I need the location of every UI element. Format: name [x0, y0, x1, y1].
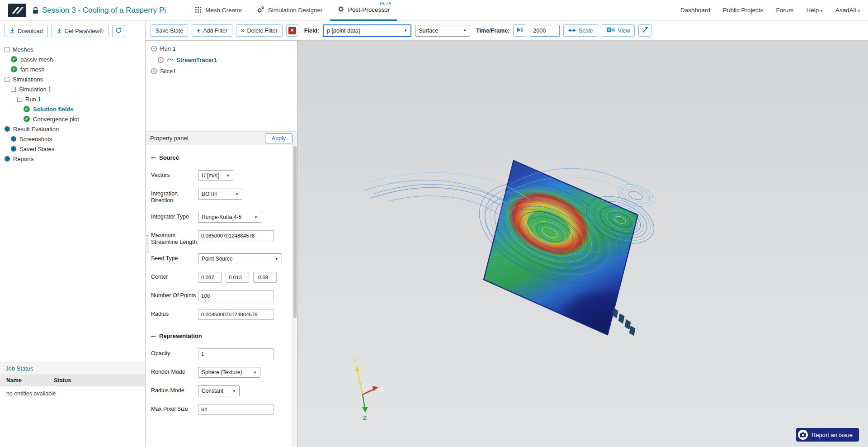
collapse-icon[interactable]: −	[17, 97, 22, 102]
scrollbar-thumb[interactable]	[293, 146, 297, 318]
pipeline-browser: Run 1 StreamTracer1 Slice1	[146, 41, 297, 131]
collapse-minus-icon	[151, 336, 156, 337]
center-z-input[interactable]	[253, 272, 277, 283]
vectors-select[interactable]: U [m/s]▼	[198, 170, 233, 181]
nav-public-projects[interactable]: Public Projects	[723, 7, 763, 14]
nav-help[interactable]: Help▾	[806, 7, 822, 14]
center-row: Center	[151, 272, 290, 283]
apply-button[interactable]: Apply	[265, 133, 292, 143]
tab-label: Simulation Designer	[268, 7, 323, 14]
select-arrow-icon: ▼	[404, 29, 407, 33]
max-streamline-row: Maximum Streamline Length	[151, 230, 290, 246]
nav-user-menu[interactable]: AsadAli▾	[835, 7, 860, 14]
job-status-title: Job Status	[0, 362, 145, 375]
collapse-icon[interactable]: −	[11, 87, 16, 92]
download-button[interactable]: Download	[5, 25, 48, 37]
pipeline-item-slice1[interactable]: Slice1	[146, 66, 297, 77]
save-state-button[interactable]: Save State	[151, 24, 188, 37]
representation-section-header[interactable]: Representation	[151, 333, 290, 339]
integrator-type-row: Integrator Type Runge-Kutta 4-5▼	[151, 212, 290, 223]
tree-item-simulations[interactable]: −Simulations	[0, 74, 145, 84]
seed-type-select[interactable]: Point Source▼	[198, 253, 282, 264]
column-status: Status	[54, 377, 71, 384]
tree-item-fan-mesh[interactable]: ✓fan mesh	[0, 64, 145, 74]
column-name: Name	[6, 377, 54, 384]
orientation-axes: Y X Z	[354, 357, 384, 421]
tree-item-saved-states[interactable]: Saved States	[0, 144, 145, 154]
pick-tool-button[interactable]	[638, 24, 651, 37]
tree-item-run-1[interactable]: −Run 1	[0, 94, 145, 104]
check-icon: ✓	[11, 66, 17, 72]
tab-simulation-designer[interactable]: Simulation Designer	[250, 0, 330, 21]
nav-forum[interactable]: Forum	[776, 7, 793, 14]
scale-button[interactable]: Scale	[563, 24, 598, 37]
tree-item-reports[interactable]: Reports	[0, 154, 145, 164]
field-label: Field:	[304, 28, 319, 34]
caret-down-icon: ▾	[821, 9, 823, 13]
report-issue-button[interactable]: Report an issue	[796, 428, 859, 442]
clear-filters-icon: ×	[288, 27, 296, 34]
select-arrow-icon: ▼	[275, 257, 278, 261]
select-arrow-icon: ▼	[226, 174, 230, 178]
caret-down-icon: ▾	[858, 9, 860, 13]
select-arrow-icon: ▼	[232, 389, 236, 393]
nav-dashboard[interactable]: Dashboard	[680, 7, 710, 14]
tree-item-convergence-plot[interactable]: ✓Convergence plot	[0, 114, 145, 124]
tree-item-meshes[interactable]: −Meshes	[0, 44, 145, 54]
pipeline-item-run1[interactable]: Run 1	[146, 43, 297, 54]
visibility-eye-icon[interactable]	[158, 57, 164, 63]
time-frame-input[interactable]	[530, 25, 560, 37]
refresh-button[interactable]	[112, 25, 125, 37]
axis-x-label: X	[380, 386, 384, 393]
field-select[interactable]: p [point-data]▼	[323, 24, 411, 37]
view-button[interactable]: View	[602, 24, 635, 37]
visibility-eye-icon[interactable]	[151, 46, 157, 52]
tab-mesh-creator[interactable]: Mesh Creator	[188, 0, 250, 21]
delete-filter-button[interactable]: ×Delete Filter	[236, 24, 283, 37]
collapse-icon[interactable]: −	[5, 77, 9, 82]
add-filter-button[interactable]: +Add Filter	[192, 24, 232, 37]
render-mode-select[interactable]: Sphere (Texture)▼	[198, 367, 260, 378]
tree-item-simulation-1[interactable]: −Simulation 1	[0, 84, 145, 94]
opacity-row: Opacity	[151, 348, 290, 359]
tab-post-processor[interactable]: BETA Post-Processor	[330, 0, 397, 21]
gears-icon	[257, 6, 264, 14]
opacity-input[interactable]	[198, 348, 274, 359]
lock-icon	[33, 7, 38, 14]
collapse-minus-icon	[151, 157, 156, 158]
check-icon: ✓	[24, 116, 30, 122]
get-paraview-button[interactable]: Get ParaView®	[52, 25, 108, 37]
visibility-eye-icon[interactable]	[151, 68, 157, 74]
integration-direction-select[interactable]: BOTH▼	[198, 189, 242, 200]
3d-viewport[interactable]: Y X Z Report an issue	[297, 41, 868, 447]
seed-type-row: Seed Type Point Source▼	[151, 253, 290, 264]
source-section-header[interactable]: Source	[151, 154, 290, 161]
max-streamline-input[interactable]	[198, 230, 274, 241]
render-scene: Y X Z	[297, 41, 868, 447]
select-arrow-icon: ▼	[235, 192, 239, 196]
center-y-input[interactable]	[226, 272, 249, 283]
representation-select[interactable]: Surface▼	[415, 25, 470, 37]
pipeline-item-streamtracer1[interactable]: StreamTracer1	[146, 54, 297, 66]
tree-item-solution-fields[interactable]: ✓Solution fields	[0, 104, 145, 114]
app-logo[interactable]	[8, 4, 26, 17]
tree-item-result-evaluation[interactable]: Result Evaluation	[0, 124, 145, 134]
check-icon: ✓	[24, 106, 30, 112]
play-button[interactable]	[513, 24, 526, 37]
property-panel-scrollbar[interactable]	[292, 145, 297, 447]
clear-filters-button[interactable]: ×	[286, 24, 298, 37]
max-pixel-size-input[interactable]	[198, 404, 274, 415]
number-of-points-row: Number Of Points	[151, 290, 290, 301]
tree-item-passiv-mesh[interactable]: ✓passiv mesh	[0, 54, 145, 64]
radius-input[interactable]	[198, 309, 274, 320]
refresh-icon	[115, 27, 122, 35]
number-of-points-input[interactable]	[198, 290, 274, 301]
integration-direction-row: Integration Direction BOTH▼	[151, 189, 290, 204]
center-x-input[interactable]	[198, 272, 222, 283]
radius-mode-select[interactable]: Constant▼	[198, 385, 240, 396]
sidebar-toolbar: Download Get ParaView®	[0, 21, 145, 41]
beta-badge: BETA	[380, 1, 392, 5]
tree-item-screenshots[interactable]: Screenshots	[0, 134, 145, 144]
collapse-icon[interactable]: −	[5, 47, 9, 52]
integrator-type-select[interactable]: Runge-Kutta 4-5▼	[198, 212, 261, 223]
